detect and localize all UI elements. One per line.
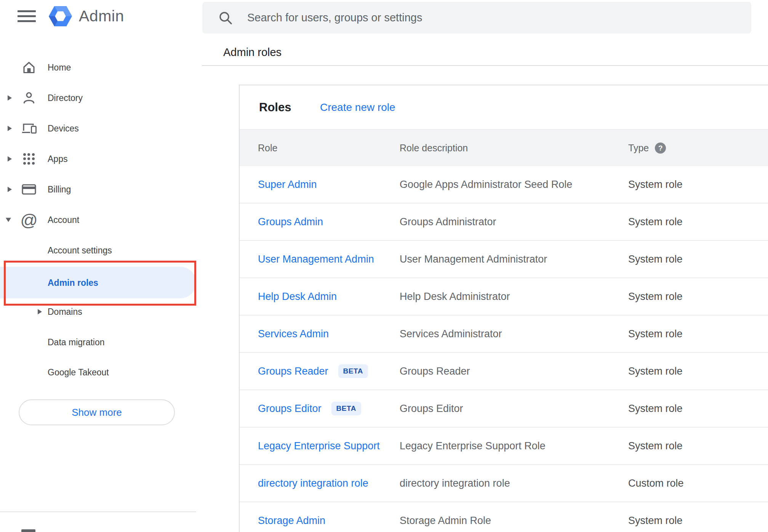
breadcrumb: Admin roles <box>223 46 282 59</box>
table-row: Storage Admin Storage Admin Role System … <box>240 502 768 532</box>
table-row: Groups Admin Groups Administrator System… <box>240 204 768 241</box>
expand-arrow-icon <box>38 309 42 314</box>
role-link[interactable]: Storage Admin <box>258 515 325 527</box>
role-description: Groups Editor <box>400 390 463 427</box>
sidebar-item-billing[interactable]: Billing <box>0 174 196 205</box>
roles-table-body: Super Admin Google Apps Administrator Se… <box>240 166 768 532</box>
sidebar-item-label: Domains <box>48 307 82 317</box>
role-link[interactable]: Groups Reader <box>258 365 328 377</box>
table-row: User Management Admin User Management Ad… <box>240 241 768 278</box>
role-type: System role <box>628 316 683 352</box>
apps-grid-icon <box>21 151 37 167</box>
sidebar-item-home[interactable]: Home <box>0 52 196 83</box>
role-description: Groups Administrator <box>400 204 496 240</box>
table-row: Groups Reader BETA Groups Reader System … <box>240 353 768 390</box>
role-description: User Management Administrator <box>400 241 547 277</box>
sidebar-item-apps[interactable]: Apps <box>0 144 196 174</box>
role-type: System role <box>628 278 683 315</box>
sidebar-item-label: Account settings <box>48 245 112 256</box>
beta-badge: BETA <box>338 364 368 378</box>
show-more-label: Show more <box>72 407 122 418</box>
sidebar-item-google-takeout[interactable]: Google Takeout <box>0 357 196 388</box>
table-row: Services Admin Services Administrator Sy… <box>240 316 768 353</box>
table-header-row: Role Role description Type ? <box>240 129 768 166</box>
collapse-arrow-icon <box>6 218 11 222</box>
person-icon <box>21 90 37 106</box>
column-header-type: Type <box>628 143 649 154</box>
sidebar-divider <box>0 511 196 512</box>
role-link[interactable]: Legacy Enterprise Support <box>258 440 380 452</box>
role-type: System role <box>628 390 683 427</box>
help-icon[interactable]: ? <box>655 143 666 154</box>
role-type: System role <box>628 428 683 464</box>
sidebar-item-data-migration[interactable]: Data migration <box>0 327 196 357</box>
role-description: Groups Reader <box>400 353 470 389</box>
beta-badge: BETA <box>331 402 361 415</box>
panel-title: Roles <box>259 85 291 129</box>
role-type: System role <box>628 204 683 240</box>
devices-icon <box>21 120 37 137</box>
admin-logo[interactable]: Admin <box>48 5 124 27</box>
role-link[interactable]: Super Admin <box>258 179 317 191</box>
role-type: System role <box>628 353 683 389</box>
table-row: directory integration role directory int… <box>240 465 768 502</box>
at-sign-icon: @ <box>21 212 37 228</box>
role-type: System role <box>628 241 683 277</box>
table-row: Super Admin Google Apps Administrator Se… <box>240 166 768 204</box>
show-more-button[interactable]: Show more <box>19 399 175 425</box>
table-row: Groups Editor BETA Groups Editor System … <box>240 390 768 428</box>
table-row: Help Desk Admin Help Desk Administrator … <box>240 278 768 316</box>
column-header-description: Role description <box>400 130 468 167</box>
sidebar-item-devices[interactable]: Devices <box>0 113 196 144</box>
header-divider <box>202 65 768 66</box>
role-link[interactable]: Services Admin <box>258 328 329 340</box>
roles-panel: Roles Create new role Role Role descript… <box>239 85 768 532</box>
create-new-role-link[interactable]: Create new role <box>320 85 395 129</box>
sidebar-item-label: Admin roles <box>48 277 98 288</box>
role-link[interactable]: Help Desk Admin <box>258 291 337 303</box>
expand-arrow-icon <box>8 126 12 131</box>
search-icon <box>218 10 233 26</box>
expand-arrow-icon <box>8 156 12 162</box>
admin-logo-icon <box>48 5 72 27</box>
role-link[interactable]: Groups Admin <box>258 216 323 228</box>
sidebar-item-admin-roles[interactable]: Admin roles <box>0 267 196 298</box>
sidebar-item-label: Devices <box>48 123 79 134</box>
sidebar-item-label: Google Takeout <box>48 367 109 378</box>
role-description: Google Apps Administrator Seed Role <box>400 166 572 203</box>
expand-arrow-icon <box>8 187 12 192</box>
sidebar-item-label: Directory <box>48 93 83 103</box>
role-link[interactable]: User Management Admin <box>258 253 374 265</box>
role-description: Services Administrator <box>400 316 502 352</box>
role-description: Legacy Enterprise Support Role <box>400 428 546 464</box>
search-input[interactable] <box>247 11 740 24</box>
role-type: Custom role <box>628 465 684 502</box>
sidebar: Admin Home Directory <box>0 0 196 532</box>
sidebar-item-directory[interactable]: Directory <box>0 83 196 113</box>
admin-logo-text: Admin <box>79 7 124 25</box>
sidebar-item-label: Account <box>48 215 79 225</box>
role-link[interactable]: directory integration role <box>258 478 368 489</box>
sidebar-item-domains[interactable]: Domains <box>0 296 196 327</box>
search-bar[interactable] <box>202 2 751 34</box>
role-description: directory integration role <box>400 465 510 502</box>
sidebar-item-label: Apps <box>48 154 67 164</box>
role-description: Help Desk Administrator <box>400 278 510 315</box>
sidebar-item-label: Home <box>48 62 71 73</box>
sidebar-item-label: Data migration <box>48 337 105 348</box>
role-type: System role <box>628 166 683 203</box>
column-header-role: Role <box>258 130 277 167</box>
sidebar-item-label: Billing <box>48 184 71 195</box>
home-icon <box>21 59 37 76</box>
expand-arrow-icon <box>8 95 12 101</box>
role-type: System role <box>628 502 683 532</box>
role-description: Storage Admin Role <box>400 502 491 532</box>
sidebar-item-account[interactable]: @ Account <box>0 205 196 235</box>
billing-card-icon <box>21 181 37 198</box>
sidebar-item-account-settings[interactable]: Account settings <box>0 235 196 266</box>
table-row: Legacy Enterprise Support Legacy Enterpr… <box>240 428 768 465</box>
clipped-sidebar-icon <box>21 529 35 532</box>
menu-icon[interactable] <box>18 10 36 22</box>
role-link[interactable]: Groups Editor <box>258 403 322 415</box>
